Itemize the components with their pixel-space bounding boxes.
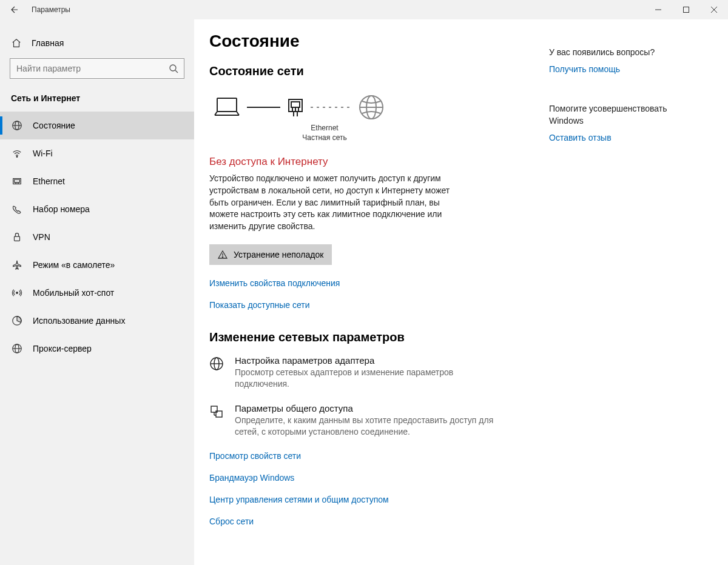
sidebar-item-dialup[interactable]: Набор номера xyxy=(0,195,194,223)
network-reset-link[interactable]: Сброс сети xyxy=(209,517,254,526)
content-area: Состояние Состояние сети Ethernet Частна… xyxy=(194,19,728,565)
option-desc: Определите, к каким данным вы хотите пре… xyxy=(235,415,494,438)
sidebar-item-wifi[interactable]: Wi-Fi xyxy=(0,139,194,167)
close-icon xyxy=(711,7,717,13)
maximize-icon xyxy=(683,7,689,13)
sidebar-item-ethernet[interactable]: Ethernet xyxy=(0,167,194,195)
svg-rect-21 xyxy=(217,98,237,112)
minimize-button[interactable] xyxy=(644,0,672,19)
sidebar-item-label: Прокси-сервер xyxy=(33,344,92,353)
home-label: Главная xyxy=(32,38,64,48)
change-connection-props-link[interactable]: Изменить свойства подключения xyxy=(209,278,340,288)
maximize-button[interactable] xyxy=(672,0,700,19)
diagram-conn-name: Ethernet xyxy=(270,123,379,133)
search-box[interactable] xyxy=(10,58,184,79)
home-nav[interactable]: Главная xyxy=(0,33,194,53)
view-network-props-link[interactable]: Просмотр свойств сети xyxy=(209,451,301,461)
network-status-heading: Состояние сети xyxy=(209,64,549,78)
sidebar-section-title: Сеть и Интернет xyxy=(0,90,194,112)
sidebar-item-label: Мобильный хот-спот xyxy=(33,288,114,298)
svg-rect-11 xyxy=(15,179,20,182)
connection-line-dotted xyxy=(311,107,353,108)
adapter-icon xyxy=(209,355,225,390)
connection-line-solid xyxy=(247,107,280,108)
option-title: Настройка параметров адаптера xyxy=(235,355,494,366)
diagram-conn-type: Частная сеть xyxy=(270,133,379,142)
sidebar-item-label: Состояние xyxy=(33,121,75,130)
warning-icon xyxy=(218,250,228,259)
sidebar-item-datausage[interactable]: Использование данных xyxy=(0,307,194,335)
page-title: Состояние xyxy=(209,32,549,51)
wifi-icon xyxy=(11,147,23,159)
svg-point-16 xyxy=(16,292,18,294)
show-networks-link[interactable]: Показать доступные сети xyxy=(209,300,310,310)
close-button[interactable] xyxy=(700,0,728,19)
sidebar: Главная Сеть и Интернет Состояние Wi-Fi xyxy=(0,19,194,565)
adapter-settings-option[interactable]: Настройка параметров адаптера Просмотр с… xyxy=(209,355,494,390)
back-button[interactable] xyxy=(0,0,28,19)
firewall-link[interactable]: Брандмауэр Windows xyxy=(209,473,294,483)
svg-rect-23 xyxy=(291,102,300,107)
sidebar-item-proxy[interactable]: Прокси-сервер xyxy=(0,335,194,363)
troubleshoot-label: Устранение неполадок xyxy=(234,250,323,259)
svg-rect-15 xyxy=(15,236,20,241)
vpn-icon xyxy=(11,231,23,243)
change-network-settings-heading: Изменение сетевых параметров xyxy=(209,330,549,344)
home-icon xyxy=(11,38,22,48)
airplane-icon xyxy=(11,259,23,271)
sidebar-item-hotspot[interactable]: Мобильный хот-спот xyxy=(0,279,194,307)
right-panel: У вас появились вопросы? Получить помощь… xyxy=(549,32,707,565)
improve-heading: Помогите усовершенствовать Windows xyxy=(549,103,682,127)
globe-icon xyxy=(358,94,385,121)
svg-line-5 xyxy=(175,70,178,73)
minimize-icon xyxy=(655,7,661,13)
sidebar-item-airplane[interactable]: Режим «в самолете» xyxy=(0,251,194,279)
status-icon xyxy=(11,119,23,132)
dialup-icon xyxy=(11,203,23,215)
sidebar-item-label: Набор номера xyxy=(33,204,90,214)
option-title: Параметры общего доступа xyxy=(235,403,494,413)
laptop-icon xyxy=(212,96,242,119)
proxy-icon xyxy=(11,343,23,355)
window-title: Параметры xyxy=(28,5,70,14)
search-input[interactable] xyxy=(10,64,163,73)
sidebar-item-vpn[interactable]: VPN xyxy=(0,223,194,251)
sidebar-item-label: VPN xyxy=(33,232,50,242)
sidebar-item-label: Использование данных xyxy=(33,316,125,326)
datausage-icon xyxy=(11,315,23,327)
status-description: Устройство подключено и может получить д… xyxy=(209,173,452,232)
network-diagram xyxy=(209,89,549,121)
svg-point-9 xyxy=(16,156,18,158)
search-icon xyxy=(163,58,184,79)
troubleshoot-button[interactable]: Устранение неполадок xyxy=(209,244,332,265)
feedback-link[interactable]: Оставить отзыв xyxy=(549,133,612,142)
back-arrow-icon xyxy=(9,5,19,15)
svg-point-33 xyxy=(222,257,223,258)
get-help-link[interactable]: Получить помощь xyxy=(549,64,620,74)
sidebar-item-label: Режим «в самолете» xyxy=(33,260,115,270)
sharing-icon xyxy=(209,403,225,438)
sidebar-item-label: Wi-Fi xyxy=(33,149,53,158)
network-center-link[interactable]: Центр управления сетями и общим доступом xyxy=(209,495,389,504)
diagram-labels: Ethernet Частная сеть xyxy=(270,123,379,142)
option-desc: Просмотр сетевых адаптеров и изменение п… xyxy=(235,367,494,390)
router-icon xyxy=(285,96,306,119)
hotspot-icon xyxy=(11,287,23,299)
sidebar-item-status[interactable]: Состояние xyxy=(0,112,194,139)
svg-rect-1 xyxy=(684,7,689,13)
faq-heading: У вас появились вопросы? xyxy=(549,47,707,57)
svg-point-4 xyxy=(170,65,176,71)
sidebar-item-label: Ethernet xyxy=(33,176,65,186)
sharing-settings-option[interactable]: Параметры общего доступа Определите, к к… xyxy=(209,403,494,438)
status-alert: Без доступа к Интернету xyxy=(209,156,549,168)
titlebar: Параметры xyxy=(0,0,728,19)
ethernet-icon xyxy=(11,175,23,187)
